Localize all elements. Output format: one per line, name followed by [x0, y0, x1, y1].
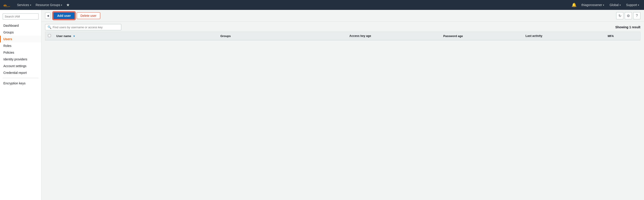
sidebar-item-credential-report[interactable]: Credential report [0, 69, 41, 76]
column-header-last-activity: Last activity [523, 32, 605, 40]
search-icon: 🔍 [48, 25, 51, 29]
column-header-groups: Groups [218, 32, 347, 40]
search-users-input[interactable] [53, 26, 119, 29]
sidebar-nav: Dashboard Groups Users Roles Policies Id… [0, 22, 41, 76]
help-button[interactable]: ? [633, 12, 640, 19]
sidebar-item-account-settings[interactable]: Account settings [0, 63, 41, 69]
table-head: User name ▼ Groups Access key age Passwo… [45, 32, 640, 40]
services-chevron-icon: ▾ [30, 4, 31, 6]
support-menu[interactable]: Support ▾ [624, 0, 641, 10]
sidebar: Dashboard Groups Users Roles Policies Id… [0, 10, 42, 200]
search-iam-wrapper [0, 12, 41, 22]
column-header-access-key-age: Access key age [347, 32, 440, 40]
delete-user-button[interactable]: Delete user [77, 12, 100, 19]
sidebar-item-roles[interactable]: Roles [0, 42, 41, 49]
sidebar-item-identity-providers[interactable]: Identity providers [0, 56, 41, 63]
sidebar-divider [3, 78, 38, 78]
user-chevron-icon: ▾ [603, 4, 604, 6]
region-menu[interactable]: Global ▾ [607, 0, 623, 10]
resource-groups-chevron-icon: ▾ [61, 4, 62, 6]
sidebar-item-dashboard[interactable]: Dashboard [0, 22, 41, 29]
search-iam-input[interactable] [3, 14, 38, 20]
table-area: 🔍 Showing 1 result User name ▼ [42, 22, 644, 44]
select-all-checkbox[interactable] [48, 34, 51, 37]
column-header-mfa: MFA [605, 32, 640, 40]
bell-icon[interactable]: 🔔 [570, 3, 578, 8]
access-key-age-label: Access key age [349, 34, 371, 38]
support-chevron-icon: ▾ [638, 4, 639, 6]
last-activity-label: Last activity [526, 34, 542, 38]
main-layout: Dashboard Groups Users Roles Policies Id… [0, 10, 644, 200]
showing-result-label: Showing 1 result [615, 25, 640, 29]
select-all-checkbox-header [45, 32, 54, 40]
column-header-username[interactable]: User name ▼ [54, 32, 218, 40]
collapse-sidebar-button[interactable]: ◀ [45, 13, 50, 19]
services-nav[interactable]: Services ▾ [15, 0, 34, 10]
toolbar-right: ↻ ⚙ ? [616, 12, 640, 19]
resource-groups-nav[interactable]: Resource Groups ▾ [34, 0, 64, 10]
sidebar-item-users[interactable]: Users [0, 36, 41, 42]
top-nav: aws Services ▾ Resource Groups ▾ ★ 🔔 thi… [0, 0, 644, 10]
sidebar-item-policies[interactable]: Policies [0, 49, 41, 56]
aws-logo[interactable]: aws [3, 2, 11, 8]
pin-icon[interactable]: ★ [64, 3, 72, 8]
region-chevron-icon: ▾ [620, 4, 621, 6]
sidebar-item-groups[interactable]: Groups [0, 29, 41, 36]
content-area: ◀ Add user Delete user ↻ ⚙ ? 🔍 Showing 1… [42, 10, 644, 200]
column-header-password-age: Password age [440, 32, 523, 40]
sidebar-item-encryption-keys[interactable]: Encryption keys [0, 80, 41, 87]
sort-icon: ▼ [73, 35, 75, 38]
sidebar-nav-2: Encryption keys [0, 80, 41, 87]
table-header-row: User name ▼ Groups Access key age Passwo… [45, 32, 640, 40]
toolbar: ◀ Add user Delete user ↻ ⚙ ? [42, 10, 644, 22]
search-box[interactable]: 🔍 [45, 24, 121, 30]
svg-text:aws: aws [3, 5, 7, 7]
table-header-row: 🔍 Showing 1 result [45, 22, 640, 32]
nav-right: 🔔 thiagorossener ▾ Global ▾ Support ▾ [570, 0, 641, 10]
refresh-button[interactable]: ↻ [616, 12, 623, 19]
settings-button[interactable]: ⚙ [625, 12, 632, 19]
add-user-button[interactable]: Add user [53, 12, 75, 19]
users-table: User name ▼ Groups Access key age Passwo… [45, 32, 640, 40]
user-menu[interactable]: thiagorossener ▾ [579, 0, 606, 10]
